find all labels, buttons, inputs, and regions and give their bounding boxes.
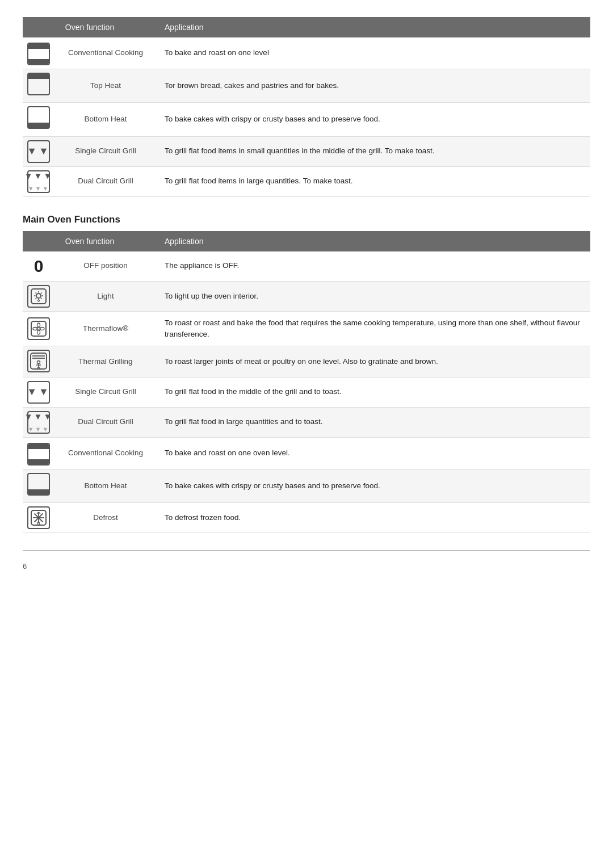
svg-point-20 — [37, 361, 40, 364]
table-row: ▼▼▼ ▼▼▼ Dual Circuit GrillTo grill flat … — [23, 407, 590, 437]
icon-cell — [23, 69, 54, 103]
application-cell: To bake and roast on one oven level. — [157, 437, 590, 469]
svg-line-7 — [41, 297, 42, 299]
function-cell: Defrost — [54, 502, 157, 532]
table-row: Bottom HeatTo bake cakes with crispy or … — [23, 469, 590, 502]
icon-cell — [23, 346, 54, 377]
table-row: Thermaflow®To roast or roast and bake th… — [23, 311, 590, 346]
function-cell: Single Circuit Grill — [54, 377, 157, 407]
grill-col-application: Application — [157, 17, 590, 37]
function-cell: Single Circuit Grill — [54, 136, 157, 166]
svg-point-10 — [38, 300, 40, 301]
application-cell: To bake cakes with crispy or crusty base… — [157, 103, 590, 136]
single-grill-icon: ▼▼ — [27, 381, 50, 404]
table-row: Thermal GrillingTo roast larger joints o… — [23, 346, 590, 377]
svg-line-8 — [41, 292, 42, 293]
dual-grill-icon: ▼▼▼ ▼▼▼ — [27, 170, 50, 193]
function-cell: Thermaflow® — [54, 311, 157, 346]
function-cell: Light — [54, 281, 157, 311]
icon-cell — [23, 37, 54, 69]
function-cell: Dual Circuit Grill — [54, 407, 157, 437]
application-cell: To bake cakes with crispy or crusty base… — [157, 469, 590, 502]
application-cell: Tor brown bread, cakes and pastries and … — [157, 69, 590, 103]
bottom-heat-icon — [27, 473, 50, 496]
function-cell: Bottom Heat — [54, 103, 157, 136]
application-cell: To grill flat food in the middle of the … — [157, 377, 590, 407]
svg-line-9 — [36, 297, 37, 299]
table-row: Bottom HeatTo bake cakes with crispy or … — [23, 103, 590, 136]
grill-oven-table: Oven function Application Conventional C… — [23, 17, 590, 197]
application-cell: The appliance is OFF. — [157, 251, 590, 282]
thermaflow-icon — [27, 317, 50, 340]
icon-cell: ▼▼▼ ▼▼▼ — [23, 166, 54, 196]
function-cell: OFF position — [54, 251, 157, 282]
main-col-function: Oven function — [23, 231, 157, 251]
icon-cell — [23, 469, 54, 502]
function-cell: Conventional Cooking — [54, 37, 157, 69]
table-row: LightTo light up the oven interior. — [23, 281, 590, 311]
grill-col-function: Oven function — [23, 17, 157, 37]
icon-cell — [23, 311, 54, 346]
application-cell: To roast or roast and bake the food that… — [157, 311, 590, 346]
table-row: Top HeatTor brown bread, cakes and pastr… — [23, 69, 590, 103]
application-cell: To roast larger joints of meat or poultr… — [157, 346, 590, 377]
bottom-rule — [23, 550, 590, 551]
icon-cell: ▼▼ — [23, 136, 54, 166]
application-cell: To grill flat food items in large quanti… — [157, 166, 590, 196]
application-cell: To grill flat food items in small quanti… — [157, 136, 590, 166]
table-row: ▼▼ Single Circuit GrillTo grill flat foo… — [23, 136, 590, 166]
single-grill-icon: ▼▼ — [27, 140, 50, 163]
icon-cell: 0 — [23, 251, 54, 282]
function-cell: Dual Circuit Grill — [54, 166, 157, 196]
off-position-icon: 0 — [27, 255, 50, 278]
main-section-title: Main Oven Functions — [23, 214, 590, 225]
table-row: ▼▼ Single Circuit GrillTo grill flat foo… — [23, 377, 590, 407]
application-cell: To defrost frozen food. — [157, 502, 590, 532]
table-row: DefrostTo defrost frozen food. — [23, 502, 590, 532]
dual-grill-icon: ▼▼▼ ▼▼▼ — [27, 411, 50, 434]
icon-cell — [23, 103, 54, 136]
top-heat-icon — [27, 73, 50, 95]
page-number: 6 — [23, 562, 590, 571]
icon-cell: ▼▼▼ ▼▼▼ — [23, 407, 54, 437]
icon-cell — [23, 502, 54, 532]
table-row: 0OFF positionThe appliance is OFF. — [23, 251, 590, 282]
main-oven-table: Oven function Application 0OFF positionT… — [23, 231, 590, 534]
application-cell: To light up the oven interior. — [157, 281, 590, 311]
light-icon — [27, 285, 50, 308]
table-row: Conventional CookingTo bake and roast on… — [23, 437, 590, 469]
svg-rect-11 — [31, 321, 46, 336]
function-cell: Bottom Heat — [54, 469, 157, 502]
icon-cell — [23, 437, 54, 469]
table-row: ▼▼▼ ▼▼▼ Dual Circuit GrillTo grill flat … — [23, 166, 590, 196]
conventional-cooking-icon — [27, 443, 50, 466]
main-col-application: Application — [157, 231, 590, 251]
thermal-grill-icon — [27, 350, 50, 372]
icon-cell: ▼▼ — [23, 377, 54, 407]
application-cell: To bake and roast on one level — [157, 37, 590, 69]
function-cell: Conventional Cooking — [54, 437, 157, 469]
application-cell: To grill flat food in large quantities a… — [157, 407, 590, 437]
function-cell: Top Heat — [54, 69, 157, 103]
table-row: Conventional CookingTo bake and roast on… — [23, 37, 590, 69]
conventional-cooking-icon — [27, 43, 50, 65]
defrost-icon — [27, 506, 50, 529]
svg-point-1 — [36, 293, 41, 298]
svg-line-6 — [36, 292, 37, 293]
icon-cell — [23, 281, 54, 311]
bottom-heat-icon — [27, 106, 50, 129]
function-cell: Thermal Grilling — [54, 346, 157, 377]
